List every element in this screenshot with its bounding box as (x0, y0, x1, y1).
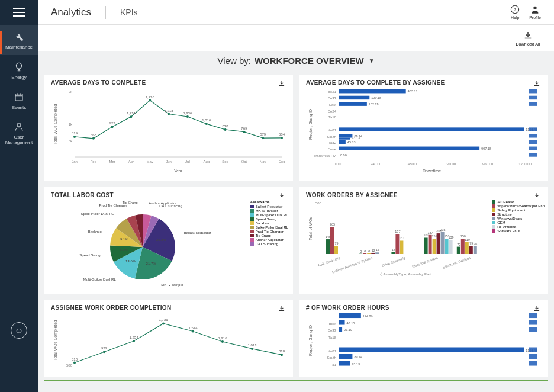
svg-text:131: 131 (399, 236, 404, 240)
svg-point-30 (205, 123, 208, 125)
svg-text:South: South (327, 135, 336, 139)
app-title: Analytics (51, 7, 91, 18)
svg-text:Nov: Nov (260, 160, 266, 163)
svg-rect-124 (391, 252, 395, 254)
svg-text:2: 2 (360, 250, 362, 253)
download-all-button[interactable]: Download All (516, 30, 540, 46)
nav-label: Events (12, 105, 26, 111)
svg-rect-66 (339, 134, 352, 137)
svg-text:1,016: 1,016 (202, 118, 211, 122)
card-title: # OF WORK ORDER HOURS (306, 304, 541, 311)
svg-text:Beet: Beet (329, 322, 337, 326)
svg-text:CAT Surfacing: CAT Surfacing (159, 204, 182, 208)
svg-point-173 (221, 340, 224, 343)
svg-rect-110 (334, 246, 338, 254)
pie-legend: AssetName Ballast RegulatorMK IV TamperM… (250, 200, 288, 246)
svg-text:72: 72 (457, 243, 460, 246)
help-button[interactable]: ? Help (510, 5, 520, 20)
svg-rect-121 (375, 252, 379, 254)
profile-button[interactable]: Profile (529, 5, 541, 20)
sidebar-item-energy[interactable]: Energy (0, 55, 38, 85)
svg-text:12: 12 (372, 249, 375, 252)
card-avg-days: AVERAGE DAYS TO COMPLETE 0.5k1k2k619Jan5… (44, 75, 293, 181)
svg-text:1,318: 1,318 (165, 109, 174, 113)
svg-text:922: 922 (109, 121, 116, 125)
svg-text:500: 500 (66, 364, 73, 367)
svg-rect-135 (433, 239, 436, 254)
svg-rect-189 (529, 327, 537, 332)
svg-text:216: 216 (440, 228, 446, 232)
svg-text:619: 619 (72, 131, 78, 135)
card-wo-hours: # OF WORK ORDER HOURS 144.26Beet40.15Be3… (299, 300, 548, 377)
svg-text:1k: 1k (69, 123, 73, 126)
svg-point-169 (162, 322, 165, 324)
svg-rect-141 (445, 239, 449, 254)
svg-text:579: 579 (260, 133, 266, 136)
svg-rect-198 (529, 354, 537, 359)
svg-text:76: 76 (474, 242, 477, 246)
svg-text:Spike Puller Dual RL: Spike Puller Dual RL (81, 212, 114, 216)
nav-label: Energy (11, 75, 26, 81)
svg-point-15 (111, 126, 114, 128)
svg-rect-72 (339, 140, 346, 144)
svg-text:199.18: 199.18 (371, 96, 381, 99)
dashboard-content: AVERAGE DAYS TO COMPLETE 0.5k1k2k619Jan5… (38, 70, 554, 392)
svg-text:Total of WOs: Total of WOs (308, 216, 313, 240)
svg-text:Drive Assembly: Drive Assembly (381, 256, 405, 268)
line-chart: Total WOs Completed5006109221,2341,7361,… (51, 311, 286, 370)
svg-point-21 (149, 99, 151, 102)
svg-rect-0 (15, 94, 22, 100)
line-chart: 0.5k1k2k619Jan568Feb922Mar1,234Apr1,736M… (51, 86, 286, 175)
viewby-selector[interactable]: View by: WORKFORCE OVERVIEW ▼ (38, 51, 554, 70)
svg-rect-146 (457, 247, 460, 254)
svg-text:MK IV Tamper: MK IV Tamper (161, 283, 183, 287)
sidebar-item-events[interactable]: Events (0, 85, 38, 115)
svg-text:0.5k: 0.5k (66, 139, 73, 143)
svg-rect-187 (339, 327, 342, 332)
hbar-chart: 144.26Beet40.15Be3323.19Ta18Ko811193.48S… (306, 311, 541, 370)
card-title: WORK ORDERS BY ASSIGNEE (306, 192, 541, 198)
svg-text:Ta82: Ta82 (328, 141, 337, 144)
svg-text:Downtime: Downtime (423, 169, 441, 173)
svg-text:8: 8 (364, 249, 366, 253)
svg-text:960.00: 960.00 (482, 162, 494, 166)
toolbar: Download All (38, 25, 554, 51)
svg-text:0: 0 (320, 252, 322, 256)
card-title: ASSIGNEE WORK ORDER COMPLETION (51, 304, 286, 311)
sidebar-item-maintenance[interactable]: Maintenance (0, 25, 38, 55)
svg-rect-179 (339, 313, 361, 318)
svg-text:769: 769 (241, 127, 247, 130)
svg-point-167 (133, 340, 135, 342)
svg-point-39 (262, 137, 264, 139)
svg-text:23.19: 23.19 (344, 328, 352, 332)
svg-text:720.00: 720.00 (445, 162, 456, 166)
card-assignee-completion: ASSIGNEE WORK ORDER COMPLETION Total WOs… (44, 300, 293, 377)
svg-text:Aug: Aug (203, 160, 210, 163)
svg-point-33 (224, 128, 227, 131)
svg-rect-58 (529, 102, 537, 105)
svg-point-9 (73, 136, 76, 138)
svg-text:584: 584 (279, 133, 285, 136)
sidebar-item-user-management[interactable]: User Management (0, 115, 38, 150)
svg-text:Mar: Mar (109, 160, 115, 163)
svg-text:Total WOs Completed: Total WOs Completed (53, 320, 58, 361)
svg-text:144.26: 144.26 (363, 314, 373, 318)
svg-rect-119 (371, 253, 375, 254)
hbar-chart: Be21433.11Be33199.18East182.29Be24Ta18Ko… (306, 86, 541, 175)
svg-rect-108 (330, 227, 334, 254)
svg-text:18: 18 (392, 248, 395, 252)
svg-text:568: 568 (91, 133, 97, 137)
svg-text:480.00: 480.00 (408, 162, 419, 166)
svg-text:Be24: Be24 (328, 110, 337, 113)
menu-toggle[interactable] (0, 0, 38, 25)
svg-text:16: 16 (376, 248, 379, 252)
download-icon (523, 30, 533, 41)
svg-text:Jan: Jan (72, 160, 78, 163)
svg-rect-183 (339, 320, 345, 325)
svg-text:265: 265 (330, 223, 335, 226)
svg-text:⟨⟩ AssemblyType, Assembly Part: ⟨⟩ AssemblyType, Assembly Part (380, 272, 431, 276)
card-title: AVERAGE DAYS TO COMPLETE (51, 79, 286, 86)
svg-text:8: 8 (368, 249, 370, 253)
user-icon (13, 121, 25, 133)
svg-text:Speed Swing: Speed Swing (79, 253, 100, 257)
